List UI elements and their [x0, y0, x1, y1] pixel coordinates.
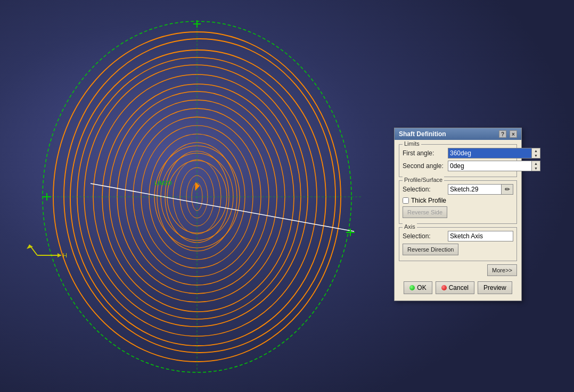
bottom-buttons: OK Cancel Preview	[399, 279, 517, 296]
profile-edit-button[interactable]: ✏	[502, 184, 513, 195]
first-angle-input-wrap: ▲ ▼	[448, 148, 540, 159]
second-angle-input-wrap: ▲ ▼	[448, 161, 540, 171]
preview-button[interactable]: Preview	[478, 281, 512, 294]
reverse-direction-row: Reverse Direction	[403, 244, 513, 255]
profile-selection-row: Selection: Sketch.29 ✏	[403, 184, 513, 195]
more-button[interactable]: More>>	[487, 264, 517, 276]
svg-text:H: H	[63, 252, 67, 258]
first-angle-down[interactable]: ▼	[532, 153, 540, 158]
axis-group: Axis Selection: Sketch Axis Reverse Dire…	[399, 227, 517, 261]
help-button[interactable]: ?	[499, 130, 506, 138]
second-angle-label: Second angle:	[403, 162, 448, 170]
profile-surface-legend: Profile/Surface	[403, 177, 444, 183]
cancel-label: Cancel	[449, 284, 469, 291]
reverse-direction-button[interactable]: Reverse Direction	[403, 244, 458, 255]
thick-profile-label: Thick Profile	[411, 197, 446, 204]
profile-selection-field[interactable]: Sketch.29	[448, 184, 502, 195]
cancel-button[interactable]: Cancel	[436, 281, 474, 294]
limits-legend: Limits	[403, 140, 421, 147]
cancel-icon	[441, 285, 447, 290]
first-angle-input[interactable]	[448, 148, 532, 159]
close-button[interactable]: ×	[510, 130, 517, 138]
reverse-side-row: Reverse Side	[403, 206, 513, 218]
axis-selection-field[interactable]: Sketch Axis	[448, 231, 513, 241]
svg-text:LIM2D: LIM2D	[154, 180, 171, 186]
dialog-body: Limits First angle: ▲ ▼ Second angle:	[395, 140, 521, 301]
thick-profile-checkbox[interactable]	[403, 197, 409, 204]
dialog-titlebar-buttons: ? ×	[499, 130, 517, 138]
second-angle-spinner: ▲ ▼	[532, 161, 540, 171]
axis-selection-label: Selection:	[403, 232, 448, 240]
first-angle-row: First angle: ▲ ▼	[403, 148, 513, 159]
dialog-title: Shaft Definition	[399, 130, 446, 138]
profile-selection-label: Selection:	[403, 186, 448, 193]
profile-surface-group: Profile/Surface Selection: Sketch.29 ✏ T…	[399, 180, 517, 224]
reverse-side-button[interactable]: Reverse Side	[403, 206, 447, 218]
axis-selection-value: Sketch Axis	[450, 232, 483, 240]
dialog-titlebar: Shaft Definition ? ×	[395, 128, 521, 140]
axis-selection-input-wrap: Sketch Axis	[448, 231, 513, 241]
second-angle-down[interactable]: ▼	[532, 166, 540, 171]
thick-profile-row: Thick Profile	[403, 197, 513, 204]
ok-button[interactable]: OK	[404, 281, 432, 294]
shaft-definition-dialog: Shaft Definition ? × Limits First angle:…	[394, 128, 522, 301]
limits-group: Limits First angle: ▲ ▼ Second angle:	[399, 144, 517, 177]
axis-selection-row: Selection: Sketch Axis	[403, 231, 513, 241]
axis-legend: Axis	[403, 223, 417, 230]
ok-label: OK	[417, 284, 426, 291]
second-angle-up[interactable]: ▲	[532, 161, 540, 166]
profile-selection-input-wrap: Sketch.29 ✏	[448, 184, 513, 195]
second-angle-row: Second angle: ▲ ▼	[403, 161, 513, 171]
first-angle-spinner: ▲ ▼	[532, 148, 540, 159]
ok-icon	[409, 285, 415, 290]
second-angle-input[interactable]	[448, 161, 532, 171]
preview-label: Preview	[483, 284, 506, 291]
first-angle-up[interactable]: ▲	[532, 148, 540, 153]
first-angle-label: First angle:	[403, 149, 448, 157]
profile-selection-value: Sketch.29	[450, 186, 478, 193]
